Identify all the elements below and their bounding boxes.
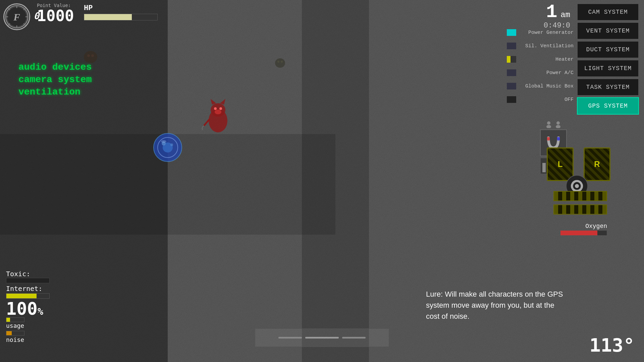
usage-row: usage <box>6 317 50 329</box>
oxygen-label: Oxygen <box>553 223 607 230</box>
heater-indicator <box>506 56 517 63</box>
svg-point-23 <box>275 58 285 68</box>
action-bar[interactable] <box>255 328 389 347</box>
usage-label: usage <box>6 322 24 329</box>
temperature-display: 113° <box>589 334 635 356</box>
power-generator-indicator <box>506 29 517 36</box>
task-system-button[interactable]: TASK SYSTEM <box>577 78 639 96</box>
cam-system-button[interactable]: CAM SYSTEM <box>577 3 639 21</box>
svg-marker-8 <box>211 99 216 105</box>
sil-ventilation-indicator <box>506 42 517 50</box>
global-music-box-label: Global Music Box <box>519 83 574 89</box>
point-value: 1000 <box>37 8 74 23</box>
map-person-icon-1 <box>545 121 552 128</box>
svg-point-25 <box>281 61 283 63</box>
svg-point-21 <box>87 54 90 57</box>
audio-devices-label: audio devices <box>18 62 92 72</box>
internet-row: Internet: <box>6 285 50 299</box>
power-ac-indicator <box>506 69 517 76</box>
time-hour: 1 <box>546 1 557 23</box>
vent-system-button[interactable]: VENT SYSTEM <box>577 22 639 40</box>
power-panel: Power Generator Sil. Ventilation Heater … <box>506 27 574 107</box>
points-hp-area: Point Value: 1000 <box>37 3 74 23</box>
hp-area: HP <box>84 4 158 20</box>
power-ac-row: Power A/C <box>506 67 574 78</box>
map-persons <box>545 121 562 128</box>
top-left-hud: F 0 <box>3 3 30 30</box>
off-label: OFF <box>519 97 574 103</box>
svg-point-18 <box>170 143 173 146</box>
power-generator-label: Power Generator <box>519 30 574 36</box>
camera-system-label: camera system <box>18 74 92 85</box>
svg-point-39 <box>556 121 560 125</box>
heater-row: Heater <box>506 54 574 65</box>
bar-segment-1 <box>278 337 302 339</box>
bottom-stats: Toxic: Internet: 100% usage noise <box>6 270 50 344</box>
svg-point-22 <box>91 54 94 57</box>
svg-text:F: F <box>13 12 20 22</box>
svg-point-11 <box>214 107 217 110</box>
noise-bar-fill <box>6 331 12 335</box>
global-music-box-indicator <box>506 82 517 90</box>
hazard-bar-bottom <box>553 204 607 215</box>
svg-point-37 <box>547 121 550 125</box>
internet-bar-track <box>6 293 50 299</box>
svg-point-12 <box>219 107 222 110</box>
hazard-bar-top <box>553 191 607 201</box>
foxy-character <box>198 97 238 137</box>
svg-point-38 <box>546 125 551 128</box>
svg-point-40 <box>556 125 560 128</box>
internet-bar-fill <box>6 294 37 298</box>
fazbear-coin: F 0 <box>3 3 30 30</box>
power-generator-row: Power Generator <box>506 27 574 38</box>
noise-label: noise <box>6 336 24 343</box>
sil-ventilation-label: Sil. Ventilation <box>519 43 574 49</box>
blue-character <box>151 131 184 164</box>
duct-system-button[interactable]: DUCT SYSTEM <box>577 41 639 58</box>
bar-segment-2 <box>305 337 339 339</box>
toxic-label: Toxic: <box>6 270 30 278</box>
svg-point-24 <box>277 61 279 63</box>
ventilation-label: ventilation <box>18 87 92 97</box>
bg-creature-2 <box>272 54 288 72</box>
off-row: OFF <box>506 94 574 105</box>
global-music-box-row: Global Music Box <box>506 80 574 92</box>
svg-rect-42 <box>557 137 560 140</box>
heater-label: Heater <box>519 57 574 62</box>
time-display: 1 am 0:49:0 <box>544 3 570 30</box>
left-systems-list: audio devices camera system ventilation <box>18 62 92 99</box>
svg-marker-9 <box>220 99 225 105</box>
power-ac-label: Power A/C <box>519 70 574 76</box>
svg-point-20 <box>84 51 97 63</box>
internet-percent-display: 100% <box>6 300 50 317</box>
bar-segment-3 <box>342 337 366 339</box>
oxygen-bar-track <box>560 230 607 236</box>
off-indicator <box>506 96 517 103</box>
noise-row: noise <box>6 331 50 344</box>
toxic-row: Toxic: <box>6 270 50 283</box>
sil-ventilation-row: Sil. Ventilation <box>506 40 574 52</box>
time-period: am <box>560 10 570 19</box>
gps-system-button[interactable]: GPS SYSTEM <box>577 97 639 115</box>
hp-bar-fill <box>84 14 132 20</box>
internet-label: Internet: <box>6 285 42 293</box>
oxygen-bar-fill <box>560 231 597 235</box>
center-bottom-bar <box>255 328 389 347</box>
toxic-bar <box>6 278 50 283</box>
svg-point-10 <box>215 110 221 114</box>
description-text: Lure: Will make all characters on the GP… <box>426 289 567 322</box>
svg-point-44 <box>575 184 579 188</box>
oxygen-area: Oxygen <box>553 223 607 236</box>
hp-label: HP <box>84 4 158 12</box>
svg-rect-41 <box>547 137 550 140</box>
system-buttons-panel: CAM SYSTEM VENT SYSTEM DUCT SYSTEM LIGHT… <box>577 0 644 116</box>
svg-point-19 <box>161 140 166 143</box>
noise-bar-track <box>6 331 24 336</box>
bar-1 <box>542 163 546 172</box>
map-person-icon-2 <box>554 121 562 128</box>
hp-bar-track <box>84 14 158 20</box>
light-system-button[interactable]: LIGHT SYSTEM <box>577 60 639 77</box>
